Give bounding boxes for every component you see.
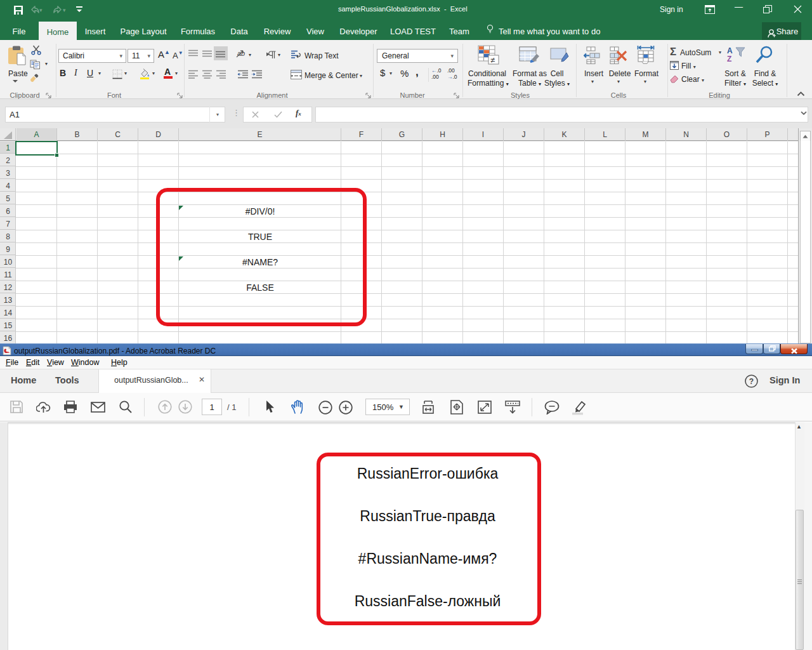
svg-text:Z: Z [727,55,731,63]
svg-text:ab: ab [237,50,245,57]
svg-text:A: A [727,46,733,55]
svg-text:?: ? [749,377,754,386]
svg-text:≠: ≠ [490,55,495,65]
